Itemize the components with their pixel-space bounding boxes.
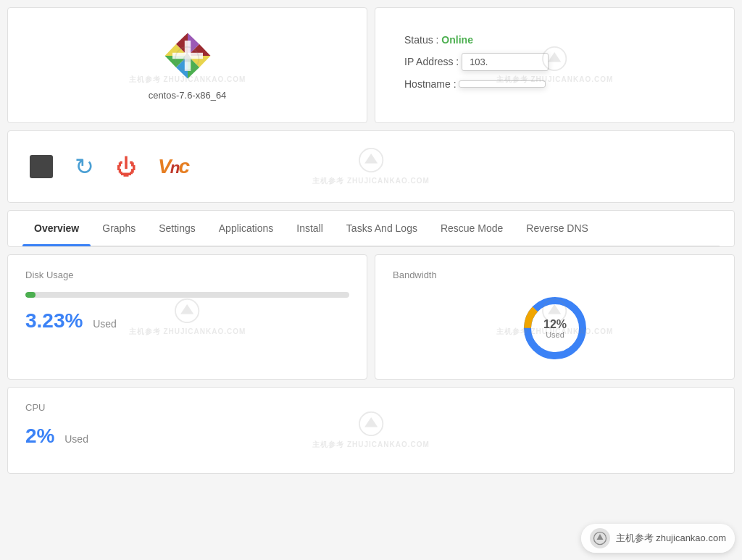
status-value: Online — [441, 34, 473, 46]
cpu-percent: 2% — [25, 425, 54, 447]
disk-percent: 3.23% — [25, 309, 83, 332]
bandwidth-used-label: Used — [546, 330, 564, 339]
disk-used-label: Used — [93, 318, 117, 330]
tab-graphs[interactable]: Graphs — [91, 211, 147, 246]
cpu-panel: 主机参考 ZHUJICANKAO.COM CPU 2% Used — [7, 387, 735, 474]
svg-point-12 — [359, 149, 383, 172]
hostname-tooltip — [459, 80, 546, 88]
tabs: Overview Graphs Settings Applications In… — [22, 211, 720, 246]
server-name: centos-7.6-x86_64 — [149, 90, 227, 101]
tab-reverse-dns[interactable]: Reverse DNS — [514, 211, 600, 246]
stop-button[interactable] — [30, 155, 53, 178]
controls-panel: 主机参考 ZHUJICANKAO.COM ↻ ⏻ Vnc — [7, 130, 735, 203]
tab-tasks-and-logs[interactable]: Tasks And Logs — [335, 211, 429, 246]
server-info-panel: 主机参考 ZHUJICANKAO.COM centos-7.6-x86_64 — [7, 7, 367, 123]
disk-title: Disk Usage — [25, 269, 349, 280]
tab-install[interactable]: Install — [285, 211, 335, 246]
server-logo — [162, 30, 213, 81]
ip-row: IP Address : 103. — [404, 53, 705, 71]
tab-overview[interactable]: Overview — [22, 211, 91, 246]
disk-usage-value: 3.23% Used — [25, 309, 349, 333]
tabs-container: Overview Graphs Settings Applications In… — [7, 210, 735, 247]
bandwidth-donut: 12% Used — [393, 292, 717, 364]
status-label: Status : — [404, 34, 441, 46]
bandwidth-title: Bandwidth — [393, 269, 717, 280]
vnc-icon: Vnc — [158, 155, 188, 178]
bandwidth-donut-svg: 12% Used — [519, 292, 591, 364]
power-icon: ⏻ — [116, 155, 136, 179]
disk-progress-fill — [25, 292, 36, 298]
svg-rect-10 — [172, 52, 203, 58]
ip-tooltip: 103. — [462, 53, 549, 71]
bandwidth-panel: 主机参考 ZHUJICANKAO.COM Bandwidth 12% Used — [375, 254, 735, 380]
hostname-row: Hostname : — [404, 78, 705, 90]
status-panel: 主机参考 ZHUJICANKAO.COM Status : Online IP … — [375, 7, 735, 123]
tab-rescue-mode[interactable]: Rescue Mode — [429, 211, 514, 246]
cpu-title: CPU — [25, 402, 717, 413]
status-row: Status : Online — [404, 34, 705, 46]
restart-icon: ↻ — [75, 153, 94, 180]
ip-label: IP Address : — [404, 56, 462, 67]
restart-button[interactable]: ↻ — [75, 153, 94, 180]
cpu-used-label: Used — [64, 433, 88, 445]
tab-settings[interactable]: Settings — [147, 211, 207, 246]
bandwidth-percent: 12% — [543, 318, 566, 330]
hostname-label: Hostname : — [404, 78, 459, 90]
vnc-button[interactable]: Vnc — [158, 155, 188, 178]
tab-applications[interactable]: Applications — [207, 211, 285, 246]
power-button[interactable]: ⏻ — [116, 155, 136, 179]
disk-usage-panel: 主机参考 ZHUJICANKAO.COM Disk Usage 3.23% Us… — [7, 254, 367, 380]
disk-progress-bar — [25, 292, 349, 298]
stop-icon — [30, 155, 53, 178]
cpu-usage-value: 2% Used — [25, 425, 717, 448]
